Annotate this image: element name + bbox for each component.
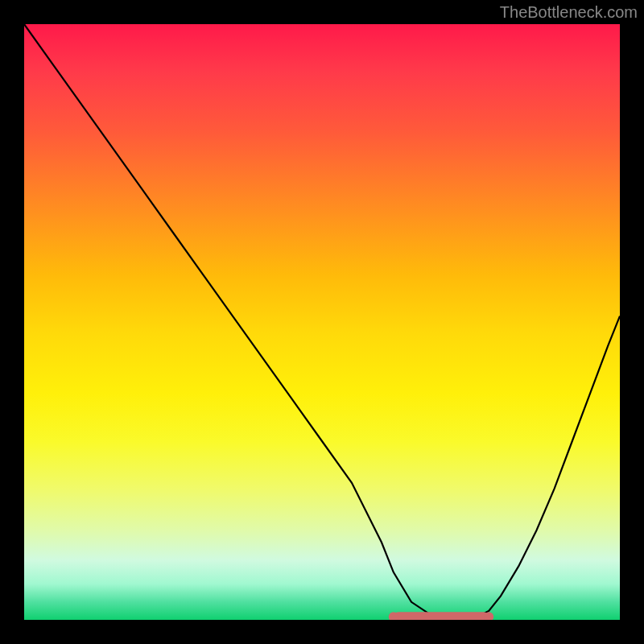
- bottleneck-curve-line: [24, 24, 620, 618]
- chart-svg: [24, 24, 620, 620]
- watermark-text: TheBottleneck.com: [500, 3, 638, 22]
- optimal-range-marker: [394, 612, 489, 620]
- chart-plot-area: [24, 24, 620, 620]
